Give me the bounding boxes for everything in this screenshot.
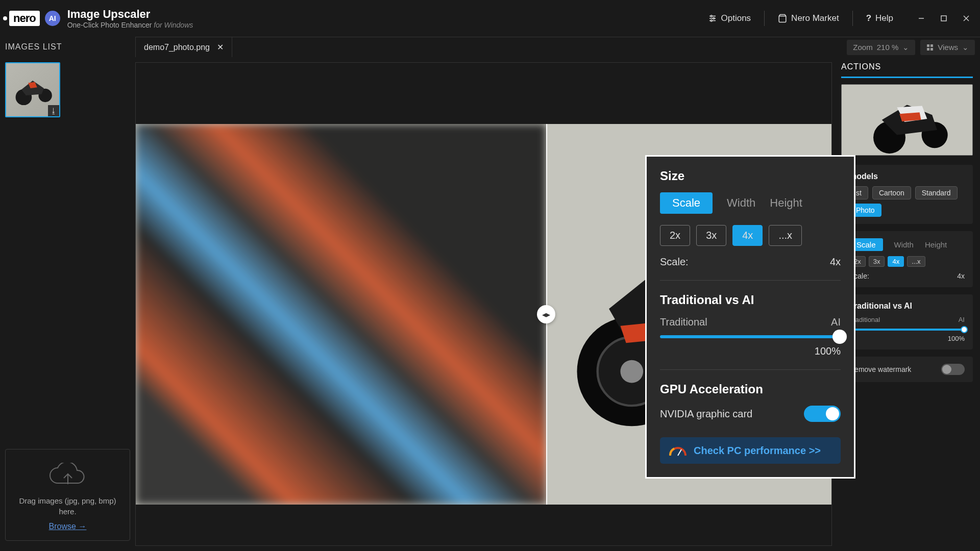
watermark-label: Remove watermark (849, 365, 911, 373)
popup-slider-thumb[interactable] (832, 330, 847, 344)
nero-logo: nero (9, 11, 40, 26)
check-performance-button[interactable]: Check PC performance >> (660, 437, 841, 464)
scale-kv: Scale: 4x (849, 272, 965, 280)
gpu-row: NVIDIA graphic card (660, 406, 841, 422)
actions-header: ACTIONS (841, 62, 973, 78)
tva-right-label: AI (959, 316, 965, 323)
tab-close-icon[interactable]: ✕ (217, 42, 224, 52)
dropzone[interactable]: Drag images (jpg, png, bmp) here. Browse… (5, 449, 130, 541)
popup-scale-label: Scale: (660, 256, 689, 268)
popup-tab-height[interactable]: Height (770, 192, 802, 214)
scale-options: 2x 3x 4x ...x (849, 256, 965, 267)
popup-size-title: Size (660, 169, 841, 183)
divider (660, 280, 841, 281)
tva-slider[interactable] (849, 329, 965, 331)
svg-rect-12 (930, 44, 933, 47)
cloud-upload-icon (47, 463, 88, 488)
images-sidebar: ⭳ Drag images (jpg, png, bmp) here. Brow… (0, 57, 135, 551)
divider (660, 369, 841, 370)
popup-tab-scale[interactable]: Scale (660, 192, 713, 214)
popup-scale-options: 2x 3x 4x ...x (660, 225, 841, 246)
popup-scale-4x[interactable]: 4x (732, 225, 763, 246)
scale-3x[interactable]: 3x (869, 256, 885, 267)
svg-point-3 (710, 15, 712, 17)
tab-row: demo7_photo.png ✕ Zoom 210 % ⌄ Views ⌄ (135, 37, 980, 57)
tab-filename: demo7_photo.png (144, 43, 210, 52)
models-panel: models st Cartoon Standard Photo (841, 165, 973, 224)
tva-panel: Traditional vs AI Traditional AI 100% (841, 294, 973, 349)
models-row-2: Photo (849, 204, 965, 217)
popup-tab-width[interactable]: Width (727, 192, 755, 214)
file-tab[interactable]: demo7_photo.png ✕ (136, 37, 232, 57)
actions-panel: ACTIONS models st Cartoon Standard Photo (837, 57, 980, 551)
options-label: Options (721, 13, 751, 23)
help-button[interactable]: ? Help (866, 13, 893, 23)
scale-custom[interactable]: ...x (907, 256, 925, 267)
size-tab-width[interactable]: Width (894, 238, 914, 251)
zoom-value: 210 % (877, 43, 899, 52)
dropzone-text: Drag images (jpg, png, bmp) here. (12, 495, 124, 517)
ai-badge: AI (45, 11, 60, 26)
thumbnail-image (10, 69, 55, 105)
size-panel: Scale Width Height 2x 3x 4x ...x Scale: … (841, 231, 973, 287)
popup-scale-kv: Scale: 4x (660, 256, 841, 268)
watermark-panel: Remove watermark (841, 357, 973, 382)
app-title: Image Upscaler (67, 8, 193, 21)
svg-point-5 (710, 20, 712, 21)
market-label: Nero Market (791, 13, 839, 23)
svg-line-27 (678, 449, 681, 456)
popup-scale-value: 4x (830, 256, 841, 268)
popup-gpu-title: GPU Acceleration (660, 382, 841, 396)
maximize-button[interactable] (939, 14, 948, 23)
question-icon: ? (866, 13, 871, 23)
size-tab-height[interactable]: Height (925, 238, 947, 251)
market-button[interactable]: Nero Market (778, 13, 839, 23)
titlebar: nero AI Image Upscaler One-Click Photo E… (0, 0, 980, 37)
popup-tva-labels: Traditional AI (660, 316, 841, 328)
help-label: Help (875, 13, 893, 23)
model-option[interactable]: Standard (915, 186, 958, 199)
separator (764, 11, 765, 26)
gpu-card-label: NVIDIA graphic card (660, 408, 752, 420)
close-button[interactable] (962, 14, 971, 23)
popup-scale-custom[interactable]: ...x (769, 225, 802, 246)
sliders-icon (708, 14, 717, 23)
logo-group: nero AI (9, 11, 60, 26)
preview-image (842, 85, 972, 155)
comparison-handle[interactable]: ◂▸ (537, 305, 555, 323)
image-thumbnail[interactable]: ⭳ (5, 62, 60, 117)
app-title-block: Image Upscaler One-Click Photo Enhancer … (67, 8, 193, 29)
titlebar-actions: Options Nero Market ? Help (708, 11, 971, 26)
chevron-down-icon: ⌄ (902, 43, 909, 52)
tva-labels: Traditional AI (849, 316, 965, 323)
minimize-button[interactable] (917, 14, 926, 23)
scale-4x[interactable]: 4x (888, 256, 904, 267)
zoom-dropdown[interactable]: Zoom 210 % ⌄ (847, 40, 915, 55)
subtitle-text: One-Click Photo Enhancer (67, 21, 152, 29)
popup-tva-title: Traditional vs AI (660, 293, 841, 307)
chevron-down-icon: ⌄ (962, 43, 969, 52)
download-icon[interactable]: ⭳ (48, 105, 59, 116)
popup-tva-slider[interactable] (660, 335, 841, 338)
views-label: Views (938, 43, 958, 52)
slider-thumb[interactable] (961, 326, 968, 333)
popup-tva-percent: 100% (660, 345, 841, 357)
window-controls (917, 14, 971, 23)
zoom-label: Zoom (853, 43, 872, 52)
model-option[interactable]: Cartoon (872, 186, 911, 199)
popup-scale-3x[interactable]: 3x (696, 225, 726, 246)
options-button[interactable]: Options (708, 13, 751, 23)
tva-percent: 100% (849, 335, 965, 342)
watermark-toggle[interactable] (941, 364, 965, 375)
svg-point-20 (620, 360, 643, 383)
browse-link[interactable]: Browse → (49, 522, 87, 531)
cart-icon (778, 14, 787, 23)
gauge-icon (669, 444, 687, 457)
app-subtitle: One-Click Photo Enhancer for Windows (67, 21, 193, 29)
views-dropdown[interactable]: Views ⌄ (920, 40, 975, 55)
popup-scale-2x[interactable]: 2x (660, 225, 690, 246)
subbar: IMAGES LIST demo7_photo.png ✕ Zoom 210 %… (0, 37, 980, 57)
preview-thumbnail[interactable] (841, 84, 973, 156)
svg-rect-14 (930, 48, 933, 51)
gpu-toggle[interactable] (804, 406, 841, 422)
